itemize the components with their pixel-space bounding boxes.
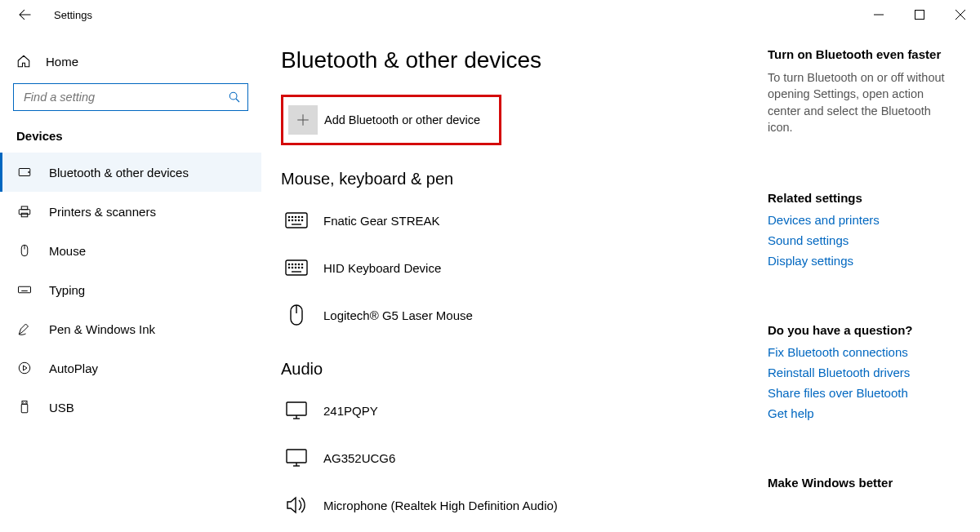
- link-get-help[interactable]: Get help: [768, 406, 951, 420]
- device-name: HID Keyboard Device: [323, 261, 441, 275]
- svg-point-30: [298, 216, 299, 217]
- nav-label: Pen & Windows Ink: [49, 322, 155, 336]
- svg-point-7: [29, 171, 29, 172]
- home-icon: [16, 54, 31, 69]
- section-heading: Mouse, keyboard & pen: [281, 170, 738, 188]
- body: Home Devices Bluetooth & other devices P…: [0, 29, 980, 532]
- link-reinstall-drivers[interactable]: Reinstall Bluetooth drivers: [768, 366, 951, 379]
- svg-point-19: [19, 362, 30, 374]
- nav-label: Typing: [49, 283, 85, 297]
- svg-point-40: [292, 264, 292, 264]
- link-devices-printers[interactable]: Devices and printers: [768, 213, 951, 227]
- device-name: Fnatic Gear STREAK: [323, 214, 440, 228]
- svg-rect-10: [21, 213, 28, 217]
- svg-point-46: [295, 267, 296, 268]
- search-icon: [228, 91, 241, 104]
- nav-label: AutoPlay: [49, 361, 98, 375]
- nav-label: Printers & scanners: [49, 205, 156, 219]
- nav-item-mouse[interactable]: Mouse: [0, 231, 261, 270]
- svg-point-43: [301, 264, 302, 264]
- nav-label: USB: [49, 401, 74, 415]
- nav-item-typing[interactable]: Typing: [0, 270, 261, 309]
- device-row[interactable]: Microphone (Realtek High Definition Audi…: [281, 481, 738, 529]
- svg-point-36: [301, 219, 302, 220]
- device-row[interactable]: Fnatic Gear STREAK: [281, 197, 738, 244]
- svg-rect-1: [915, 11, 924, 20]
- keyboard-icon: [16, 282, 33, 297]
- rail-tip-heading: Turn on Bluetooth even faster: [768, 47, 951, 61]
- svg-point-47: [298, 267, 299, 268]
- svg-rect-55: [287, 450, 306, 463]
- nav-item-bluetooth[interactable]: Bluetooth & other devices: [0, 153, 261, 192]
- close-icon: [956, 10, 965, 20]
- nav-item-pen[interactable]: Pen & Windows Ink: [0, 309, 261, 348]
- svg-point-32: [288, 219, 289, 220]
- titlebar: Settings: [0, 0, 980, 29]
- svg-point-29: [295, 216, 296, 217]
- sidebar-section-label: Devices: [0, 126, 261, 153]
- svg-point-39: [288, 264, 289, 264]
- svg-line-5: [236, 99, 239, 102]
- device-row[interactable]: AG352UCG6: [281, 434, 738, 481]
- home-button[interactable]: Home: [0, 49, 261, 80]
- svg-point-33: [292, 219, 292, 220]
- svg-point-4: [229, 92, 237, 100]
- device-name: AG352UCG6: [323, 451, 395, 465]
- svg-rect-52: [287, 402, 306, 415]
- search-box[interactable]: [13, 83, 248, 111]
- rail-tip-body: To turn Bluetooth on or off without open…: [768, 69, 951, 135]
- window-controls: [871, 7, 969, 23]
- mouse-icon: [284, 304, 309, 326]
- svg-point-34: [295, 219, 296, 220]
- plus-tile: [288, 105, 318, 135]
- plus-icon: [296, 113, 310, 127]
- autoplay-icon: [16, 361, 33, 375]
- link-sound-settings[interactable]: Sound settings: [768, 233, 951, 247]
- close-button[interactable]: [952, 7, 969, 23]
- nav-item-usb[interactable]: USB: [0, 388, 261, 427]
- svg-point-42: [298, 264, 299, 264]
- add-device-label: Add Bluetooth or other device: [324, 113, 480, 126]
- svg-rect-8: [19, 210, 30, 215]
- svg-rect-9: [21, 206, 28, 210]
- add-device-button[interactable]: Add Bluetooth or other device: [281, 95, 501, 145]
- minimize-button[interactable]: [871, 7, 887, 23]
- search-input[interactable]: [22, 90, 228, 104]
- back-button[interactable]: [15, 5, 34, 24]
- page-title: Bluetooth & other devices: [281, 47, 738, 73]
- window-title: Settings: [54, 9, 92, 21]
- home-label: Home: [46, 55, 78, 69]
- content: Bluetooth & other devices Add Bluetooth …: [281, 44, 738, 532]
- link-display-settings[interactable]: Display settings: [768, 254, 951, 268]
- nav-list: Bluetooth & other devices Printers & sca…: [0, 153, 261, 427]
- svg-point-45: [292, 267, 292, 268]
- usb-icon: [16, 400, 33, 415]
- tablet-icon: [16, 165, 33, 180]
- maximize-button[interactable]: [911, 7, 928, 23]
- svg-point-35: [298, 219, 299, 220]
- arrow-left-icon: [17, 7, 32, 22]
- nav-item-printers[interactable]: Printers & scanners: [0, 192, 261, 231]
- keyboard-icon: [284, 212, 309, 228]
- keyboard-icon: [284, 259, 309, 276]
- link-share-files[interactable]: Share files over Bluetooth: [768, 386, 951, 400]
- nav-item-autoplay[interactable]: AutoPlay: [0, 348, 261, 388]
- device-name: Microphone (Realtek High Definition Audi…: [323, 499, 558, 512]
- section-heading: Audio: [281, 360, 738, 379]
- device-row[interactable]: HID Keyboard Device: [281, 244, 738, 291]
- svg-point-41: [295, 264, 296, 264]
- monitor-icon: [284, 448, 309, 468]
- device-row[interactable]: Logitech® G5 Laser Mouse: [281, 291, 738, 339]
- svg-rect-20: [22, 401, 27, 405]
- nav-label: Mouse: [49, 244, 86, 258]
- svg-point-27: [288, 216, 289, 217]
- device-row[interactable]: 241PQPY: [281, 387, 738, 434]
- monitor-icon: [284, 401, 309, 420]
- link-fix-bluetooth[interactable]: Fix Bluetooth connections: [768, 345, 951, 359]
- speaker-icon: [284, 495, 309, 515]
- pen-icon: [16, 321, 33, 336]
- svg-rect-21: [21, 404, 28, 413]
- svg-point-48: [301, 267, 302, 268]
- main: Bluetooth & other devices Add Bluetooth …: [261, 29, 980, 532]
- nav-label: Bluetooth & other devices: [49, 166, 189, 180]
